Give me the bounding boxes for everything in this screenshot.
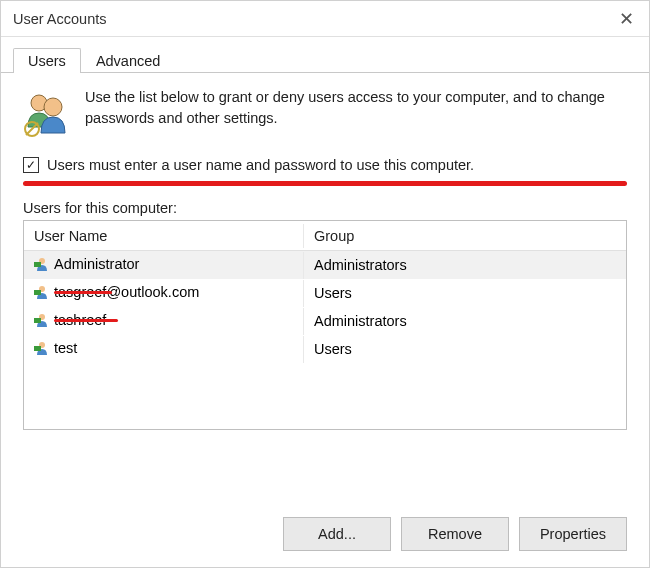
column-headers[interactable]: User Name Group [24,221,626,251]
tab-label: Advanced [96,53,161,69]
table-row[interactable]: tasgreef@outlook.com Users [24,279,626,307]
redaction-mark [54,319,118,322]
user-icon [34,256,50,272]
tab-label: Users [28,53,66,69]
table-row[interactable]: test Users [24,335,626,363]
cell-group: Users [304,281,626,305]
tab-advanced[interactable]: Advanced [81,48,176,73]
user-list[interactable]: User Name Group Administrator Administra… [23,220,627,430]
tab-content: Use the list below to grant or deny user… [1,73,649,501]
svg-rect-5 [34,262,41,267]
button-row: Add... Remove Properties [1,501,649,567]
properties-button[interactable]: Properties [519,517,627,551]
checkbox-label: Users must enter a user name and passwor… [47,157,474,173]
cell-group: Administrators [304,309,626,333]
close-icon: ✕ [619,8,634,30]
user-icon [34,340,50,356]
svg-rect-7 [34,290,41,295]
svg-rect-9 [34,318,41,323]
remove-button[interactable]: Remove [401,517,509,551]
section-label: Users for this computer: [23,200,627,216]
table-row[interactable]: tashreef Administrators [24,307,626,335]
intro-row: Use the list below to grant or deny user… [23,87,627,137]
user-icon [34,312,50,328]
cell-username: test [54,340,77,356]
add-button[interactable]: Add... [283,517,391,551]
svg-rect-11 [34,346,41,351]
tab-users[interactable]: Users [13,48,81,73]
table-row[interactable]: Administrator Administrators [24,251,626,279]
column-header-group[interactable]: Group [304,224,626,248]
require-login-checkbox[interactable]: ✓ Users must enter a user name and passw… [23,157,627,173]
cell-username: Administrator [54,256,139,272]
svg-point-1 [44,98,62,116]
users-icon [23,89,71,137]
tabstrip: Users Advanced [1,37,649,73]
checkbox-icon: ✓ [23,157,39,173]
annotation-underline [23,181,627,186]
user-icon [34,284,50,300]
cell-group: Users [304,337,626,361]
window-title: User Accounts [13,11,107,27]
user-accounts-window: User Accounts ✕ Users Advanced [0,0,650,568]
titlebar: User Accounts ✕ [1,1,649,37]
intro-text: Use the list below to grant or deny user… [85,87,627,129]
close-button[interactable]: ✕ [603,1,649,37]
redaction-mark [54,291,112,294]
cell-group: Administrators [304,253,626,277]
column-header-name[interactable]: User Name [24,224,304,248]
